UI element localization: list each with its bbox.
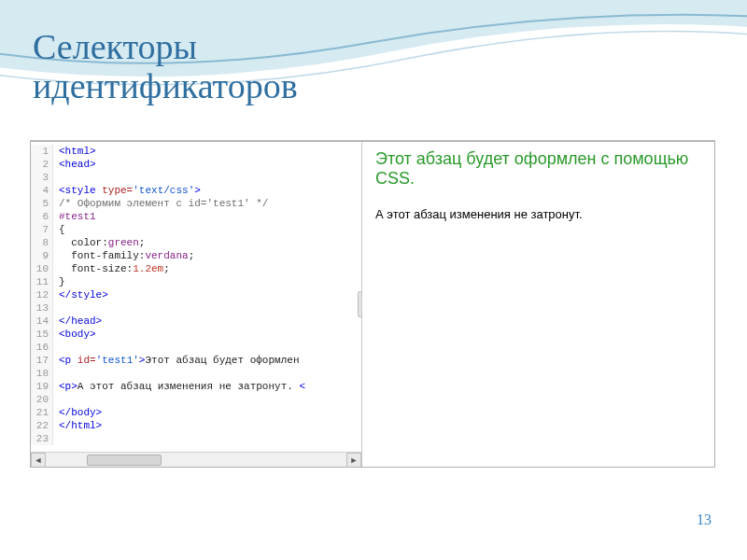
line-number: 13 [31, 301, 53, 315]
title-line-2: идентификаторов [33, 67, 298, 106]
line-number: 16 [31, 341, 53, 354]
line-content: <html> [59, 145, 96, 158]
horizontal-scrollbar[interactable]: ◄ ► [31, 452, 361, 467]
line-content: <p>А этот абзац изменения не затронут. < [59, 380, 305, 393]
code-line: 18 [31, 367, 361, 380]
line-content: </html> [59, 419, 102, 432]
code-pane: 1<html>2<head>34<style type='text/css'>5… [31, 142, 362, 467]
code-listing: 1<html>2<head>34<style type='text/css'>5… [31, 142, 361, 445]
line-number: 10 [31, 262, 53, 275]
line-content: <p id='test1'>Этот абзац будет оформлен [59, 354, 299, 367]
line-content: <style type='text/css'> [59, 184, 201, 197]
code-line: 17<p id='test1'>Этот абзац будет оформле… [31, 354, 361, 367]
code-line: 3 [31, 171, 361, 184]
line-number: 15 [31, 328, 53, 341]
line-content: </body> [59, 406, 102, 419]
line-content: /* Оформим элемент с id='test1' */ [59, 197, 268, 210]
line-number: 23 [31, 432, 53, 445]
code-line: 6#test1 [31, 210, 361, 223]
line-content: </head> [59, 315, 102, 328]
line-number: 6 [31, 210, 53, 223]
line-number: 5 [31, 197, 53, 210]
line-number: 22 [31, 419, 53, 432]
code-line: 22</html> [31, 419, 361, 432]
line-number: 8 [31, 236, 53, 249]
code-line: 2<head> [31, 158, 361, 171]
line-content: font-family:verdana; [59, 249, 194, 262]
line-content: { [59, 223, 65, 236]
line-content: </style> [59, 288, 108, 301]
scroll-right-arrow[interactable]: ► [346, 453, 361, 467]
line-number: 21 [31, 406, 53, 419]
scroll-thumb[interactable] [87, 455, 162, 466]
code-line: 10 font-size:1.2em; [31, 262, 361, 275]
code-line: 13 [31, 301, 361, 315]
code-line: 23 [31, 432, 361, 445]
line-content: <body> [59, 328, 96, 341]
line-number: 17 [31, 354, 53, 367]
line-number: 3 [31, 171, 53, 184]
line-number: 11 [31, 275, 53, 288]
line-number: 2 [31, 158, 53, 171]
code-line: 11} [31, 275, 361, 288]
pane-splitter-handle[interactable] [358, 291, 362, 317]
line-content: #test1 [59, 210, 96, 223]
line-number: 7 [31, 223, 53, 236]
slide-title: Селекторы идентификаторов [33, 28, 298, 106]
slide-number: 13 [697, 511, 712, 528]
line-content: font-size:1.2em; [59, 262, 170, 275]
code-line: 12</style> [31, 288, 361, 301]
line-number: 19 [31, 380, 53, 393]
preview-pane: Этот абзац будет оформлен с помощью CSS.… [362, 142, 714, 467]
code-line: 15<body> [31, 328, 361, 341]
scroll-left-arrow[interactable]: ◄ [31, 453, 46, 467]
styled-paragraph: Этот абзац будет оформлен с помощью CSS. [375, 149, 701, 189]
line-number: 18 [31, 367, 53, 380]
line-number: 1 [31, 145, 53, 158]
code-line: 14</head> [31, 315, 361, 328]
line-number: 4 [31, 184, 53, 197]
example-panel: 1<html>2<head>34<style type='text/css'>5… [30, 141, 715, 468]
code-line: 7{ [31, 223, 361, 236]
code-line: 19<p>А этот абзац изменения не затронут.… [31, 380, 361, 393]
code-line: 5/* Оформим элемент с id='test1' */ [31, 197, 361, 210]
title-line-1: Селекторы [33, 28, 298, 67]
line-content: color:green; [59, 236, 145, 249]
line-number: 20 [31, 393, 53, 406]
code-line: 9 font-family:verdana; [31, 249, 361, 262]
code-line: 1<html> [31, 145, 361, 158]
line-content: <head> [59, 158, 96, 171]
line-content: } [59, 275, 65, 288]
line-number: 9 [31, 249, 53, 262]
code-line: 21</body> [31, 406, 361, 419]
code-line: 4<style type='text/css'> [31, 184, 361, 197]
line-number: 12 [31, 288, 53, 301]
line-number: 14 [31, 315, 53, 328]
code-line: 8 color:green; [31, 236, 361, 249]
code-line: 20 [31, 393, 361, 406]
plain-paragraph: А этот абзац изменения не затронут. [375, 207, 701, 221]
code-line: 16 [31, 341, 361, 354]
